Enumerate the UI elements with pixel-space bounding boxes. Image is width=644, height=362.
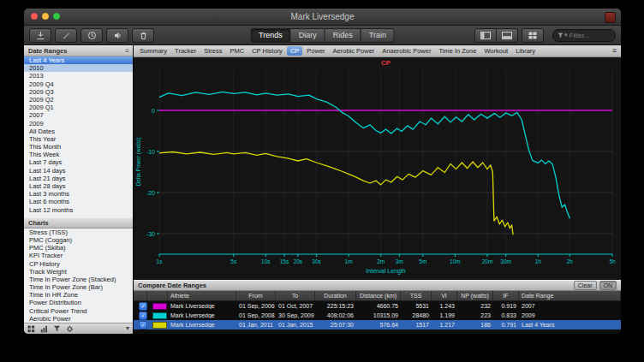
desktop: Mark Liversedge TrendsDiaryRidesTrain	[0, 0, 644, 362]
sync-button[interactable]	[80, 28, 103, 43]
chart-list-item[interactable]: Aerobic Power	[24, 315, 133, 323]
row-checkbox[interactable]	[139, 312, 147, 320]
funnel-icon[interactable]	[53, 325, 61, 332]
svg-text:20m: 20m	[482, 258, 493, 264]
menu-icon[interactable]: ≡	[125, 46, 129, 56]
svg-text:2h: 2h	[567, 258, 574, 264]
chart-tab[interactable]: PMC	[227, 46, 248, 56]
toggle-sidebar-button[interactable]	[474, 28, 497, 43]
chart-list-item[interactable]: Time In HR Zone	[24, 291, 133, 299]
date-range-item[interactable]: 2009 Q4	[24, 80, 133, 88]
gear-icon[interactable]	[66, 325, 74, 333]
view-tab[interactable]: Diary	[291, 28, 325, 43]
chart-tab[interactable]: Library	[512, 46, 539, 56]
date-range-item[interactable]: This Year	[24, 135, 133, 143]
date-range-item[interactable]: 2009	[24, 120, 133, 128]
date-range-item[interactable]: 2009 Q3	[24, 88, 133, 96]
chart-tab[interactable]: Aerobic Power	[330, 46, 379, 56]
clear-button[interactable]: Clear	[574, 281, 597, 290]
chart-list-item[interactable]: Critical Power Trend	[24, 307, 133, 315]
tile-view-button[interactable]	[522, 28, 544, 43]
caret-down-icon[interactable]: ▾	[126, 323, 129, 334]
grid-icon[interactable]	[27, 325, 35, 333]
column-header[interactable]: Athlete	[168, 291, 236, 300]
chart-list-item[interactable]: PMC (Coggan)	[24, 236, 133, 244]
date-range-item[interactable]: This Week	[24, 151, 133, 158]
chart-list-item[interactable]: Time In Power Zone (Stacked)	[24, 276, 133, 283]
column-header[interactable]: To	[276, 291, 315, 300]
close-button[interactable]	[31, 13, 38, 20]
delete-button[interactable]	[132, 28, 154, 43]
column-header[interactable]: Date Range	[519, 291, 621, 300]
chart-list-item[interactable]: Stress (TISS)	[24, 228, 133, 236]
series-color-swatch	[152, 312, 167, 319]
column-header[interactable]: Duration	[315, 291, 356, 300]
window-title: Mark Liversedge	[24, 12, 621, 21]
chart-tab[interactable]: CP History	[248, 46, 286, 56]
date-range-item[interactable]: 2009 Q2	[24, 96, 133, 104]
chart-list-item[interactable]: Time In Power Zone (Bar)	[24, 283, 133, 291]
view-tab[interactable]: Trends	[250, 28, 291, 43]
date-range-item[interactable]: Last 6 months	[24, 198, 133, 205]
column-header[interactable]: VI	[432, 291, 457, 300]
chart-list-item[interactable]: CP History	[24, 260, 133, 268]
filter-box[interactable]: ▾	[552, 29, 616, 42]
chart-tab[interactable]: Power	[303, 46, 328, 56]
row-checkbox[interactable]	[139, 302, 147, 311]
titlebar: Mark Liversedge	[24, 9, 621, 26]
date-range-item[interactable]: Last 28 days	[24, 182, 133, 190]
column-header[interactable]: IF	[493, 291, 519, 300]
caret-down-icon: ▾	[564, 32, 568, 39]
minimize-button[interactable]	[42, 13, 49, 20]
cell-athlete: Mark Liversedge	[168, 312, 236, 318]
chart-tab[interactable]: Summary	[136, 46, 170, 56]
column-header[interactable]: TSS	[401, 291, 432, 300]
date-range-item[interactable]: 2013	[24, 72, 133, 80]
compare-row[interactable]: Mark Liversedge 01 Jan, 2011 01 Jan, 201…	[134, 320, 621, 329]
chart-tab[interactable]: Stress	[200, 46, 225, 56]
filter-input[interactable]	[569, 32, 611, 39]
date-range-item[interactable]: 2009 Q1	[24, 104, 133, 111]
on-button[interactable]: ON	[599, 281, 617, 290]
chart-list-item[interactable]: Track Weight	[24, 268, 133, 276]
toggle-bottombar-button[interactable]	[497, 28, 518, 43]
column-header[interactable]: From	[236, 291, 276, 300]
manual-entry-button[interactable]	[55, 28, 77, 43]
date-range-item[interactable]: 2007	[24, 111, 133, 119]
tabbar-menu-icon[interactable]: ≡	[612, 46, 617, 55]
chart-tab[interactable]: Time In Zone	[435, 46, 480, 56]
column-header[interactable]: NP (watts)	[457, 291, 493, 300]
cell-athlete: Mark Liversedge	[168, 303, 236, 309]
cell-range: 2009	[519, 312, 621, 318]
chart-tab[interactable]: Tracker	[171, 46, 200, 56]
chart-list-item[interactable]: PMC (Skiba)	[24, 244, 133, 252]
chart-list-item[interactable]: Power Distribution	[24, 299, 133, 306]
date-ranges-list: Last 4 Years201020132009 Q42009 Q32009 Q…	[24, 56, 133, 214]
row-checkbox[interactable]	[139, 321, 147, 329]
date-range-item[interactable]: All Dates	[24, 128, 133, 135]
date-ranges-header-label: Date Ranges	[28, 47, 67, 55]
cell-vi: 1.243	[432, 303, 457, 309]
date-range-item[interactable]: 2010	[24, 64, 133, 72]
chart-tab[interactable]: Workout	[480, 46, 511, 56]
date-range-item[interactable]: Last 12 months	[24, 206, 133, 214]
chart-tab[interactable]: CP	[287, 46, 302, 56]
compare-row[interactable]: Mark Liversedge 01 Sep, 2006 01 Oct, 200…	[134, 301, 621, 311]
chart-list-item[interactable]: KPI Tracker	[24, 252, 133, 259]
date-range-item[interactable]: Last 21 days	[24, 175, 133, 182]
chart-tab[interactable]: Anaerobic Power	[379, 46, 434, 56]
zoom-button[interactable]	[53, 13, 60, 20]
compare-row[interactable]: Mark Liversedge 01 Sep, 2008 30 Sep, 200…	[134, 311, 621, 320]
view-tab[interactable]: Train	[361, 28, 395, 43]
date-range-item[interactable]: Last 7 days	[24, 158, 133, 166]
download-activity-button[interactable]	[29, 28, 51, 43]
audio-button[interactable]	[106, 28, 128, 43]
charts-header: Charts	[24, 217, 133, 228]
date-range-item[interactable]: Last 14 days	[24, 167, 133, 175]
date-range-item[interactable]: Last 3 months	[24, 190, 133, 198]
date-range-item[interactable]: Last 4 Years	[24, 56, 133, 64]
date-range-item[interactable]: This Month	[24, 143, 133, 151]
column-header[interactable]: Distance (km)	[356, 291, 401, 300]
bar-chart-icon[interactable]	[40, 325, 48, 333]
view-tab[interactable]: Rides	[325, 28, 361, 43]
